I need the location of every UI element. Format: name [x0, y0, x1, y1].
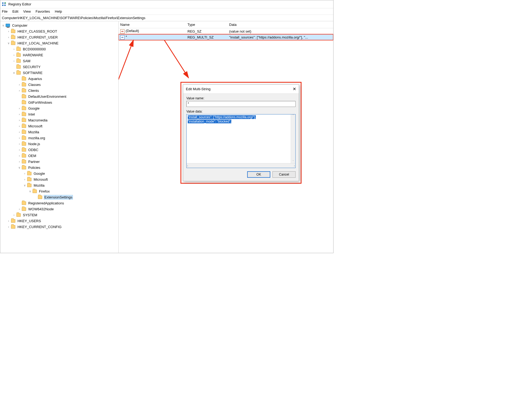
value-row-default[interactable]: ab(Default) REG_SZ (value not set): [119, 28, 333, 34]
close-icon[interactable]: ✕: [293, 86, 296, 92]
tree-software[interactable]: vSOFTWARE: [12, 70, 118, 76]
menu-favorites[interactable]: Favorites: [36, 9, 50, 13]
tree-hku[interactable]: ›HKEY_USERS: [7, 218, 118, 224]
tree-extensionsettings[interactable]: ·ExtensionSettings: [34, 194, 118, 200]
tree-aquarius[interactable]: ·Aquarius: [17, 76, 118, 82]
value-data-label: Value data:: [186, 110, 296, 113]
tree-policies-google[interactable]: ›Google: [23, 170, 118, 176]
cancel-button[interactable]: Cancel: [272, 171, 296, 178]
dialog-title: Edit Multi-String: [186, 87, 211, 91]
tree-mozilla[interactable]: ›Mozilla: [17, 129, 118, 135]
tree-policies[interactable]: vPolicies: [17, 165, 118, 170]
col-type[interactable]: Type: [186, 23, 228, 27]
svg-rect-0: [2, 2, 3, 4]
tree-security[interactable]: ·SECURITY: [12, 64, 118, 70]
titlebar: Registry Editor: [0, 0, 333, 8]
tree-microsoft[interactable]: ›Microsoft: [17, 123, 118, 129]
svg-line-5: [119, 40, 133, 207]
value-row-star[interactable]: ab* REG_MULTI_SZ "install_sources": ["ht…: [119, 34, 333, 40]
scrollbar-horizontal[interactable]: ‹›: [187, 163, 295, 168]
tree-policies-mozilla[interactable]: vMozilla: [23, 182, 118, 188]
tree-wow6432node[interactable]: ›WOW6432Node: [17, 206, 118, 212]
app-title: Registry Editor: [8, 2, 31, 6]
tree-macromedia[interactable]: ›Macromedia: [17, 117, 118, 123]
tree-intel[interactable]: ›Intel: [17, 111, 118, 117]
col-data[interactable]: Data: [228, 23, 333, 27]
tree-clients[interactable]: ›Clients: [17, 88, 118, 93]
tree-classes[interactable]: ›Classes: [17, 82, 118, 88]
value-name-field[interactable]: *: [186, 101, 296, 107]
address-bar[interactable]: Computer\HKEY_LOCAL_MACHINE\SOFTWARE\Pol…: [0, 15, 333, 21]
address-text: Computer\HKEY_LOCAL_MACHINE\SOFTWARE\Pol…: [2, 16, 145, 20]
tree-gitforwindows[interactable]: ·GitForWindows: [17, 99, 118, 105]
menubar: File Edit View Favorites Help: [0, 8, 333, 15]
tree-pane[interactable]: vComputer ›HKEY_CLASSES_ROOT ›HKEY_CURRE…: [0, 21, 119, 253]
svg-rect-2: [2, 5, 3, 6]
value-data-textarea[interactable]: "install_sources": ["https://addons.mozi…: [186, 114, 296, 168]
value-name-label: Value name:: [186, 96, 296, 100]
menu-help[interactable]: Help: [55, 9, 62, 13]
tree-policies-firefox[interactable]: vFirefox: [28, 188, 118, 194]
tree-hkcu[interactable]: ›HKEY_CURRENT_USER: [7, 34, 118, 40]
reg-sz-icon: ab: [120, 29, 125, 34]
folder-icon: [11, 30, 15, 33]
menu-file[interactable]: File: [2, 9, 8, 13]
ok-button[interactable]: OK: [247, 171, 270, 178]
tree-bcd[interactable]: ›BCD00000000: [12, 46, 118, 52]
tree-oem[interactable]: ›OEM: [17, 153, 118, 159]
tree-partner[interactable]: ›Partner: [17, 159, 118, 165]
values-header[interactable]: Name Type Data: [119, 21, 333, 28]
svg-point-4: [5, 2, 6, 3]
tree-due[interactable]: ·DefaultUserEnvironment: [17, 93, 118, 99]
tree-hklm[interactable]: vHKEY_LOCAL_MACHINE: [7, 40, 118, 46]
col-name[interactable]: Name: [119, 23, 186, 27]
tree-mozilla-org[interactable]: ›mozilla.org: [17, 135, 118, 141]
tree-google[interactable]: ›Google: [17, 105, 118, 111]
tree-odbc[interactable]: ›ODBC: [17, 147, 118, 153]
tree-hkcr[interactable]: ›HKEY_CLASSES_ROOT: [7, 28, 118, 34]
svg-line-6: [164, 40, 189, 78]
tree-sam[interactable]: ›SAM: [12, 58, 118, 64]
reg-multi-sz-icon: ab: [120, 35, 125, 40]
svg-rect-3: [4, 5, 6, 6]
tree-computer[interactable]: vComputer: [1, 22, 118, 28]
scrollbar-vertical[interactable]: ˆˇ: [291, 114, 295, 163]
tree-system[interactable]: ›SYSTEM: [12, 212, 118, 218]
dialog-highlight: Edit Multi-String ✕ Value name: * Value …: [180, 82, 302, 184]
values-pane: Name Type Data ab(Default) REG_SZ (value…: [119, 21, 333, 253]
computer-icon: [6, 24, 10, 27]
menu-view[interactable]: View: [23, 9, 31, 13]
tree-hardware[interactable]: ›HARDWARE: [12, 52, 118, 58]
tree-nodejs[interactable]: ›Node.js: [17, 141, 118, 147]
registry-editor-window: Registry Editor File Edit View Favorites…: [0, 0, 334, 253]
edit-multistring-dialog: Edit Multi-String ✕ Value name: * Value …: [183, 84, 299, 181]
menu-edit[interactable]: Edit: [12, 9, 18, 13]
tree-policies-microsoft[interactable]: ›Microsoft: [23, 176, 118, 182]
regedit-icon: [2, 2, 6, 6]
tree-registeredapplications[interactable]: ·RegisteredApplications: [17, 200, 118, 206]
tree-hkcc[interactable]: ›HKEY_CURRENT_CONFIG: [7, 224, 118, 230]
